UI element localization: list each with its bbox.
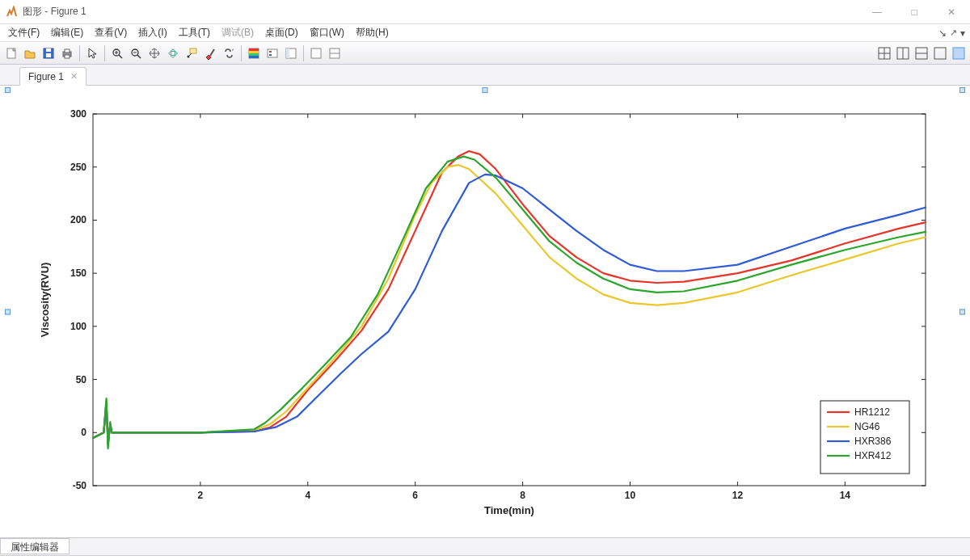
statusbar: 属性编辑器 — [0, 537, 970, 555]
toolbar-separator — [241, 45, 242, 61]
menu-file[interactable]: 文件(F) — [8, 26, 40, 40]
menu-edit[interactable]: 编辑(E) — [51, 26, 83, 40]
legend-label: NG46 — [854, 421, 880, 432]
menu-window[interactable]: 窗口(W) — [310, 26, 344, 40]
svg-rect-21 — [249, 48, 259, 51]
toolbar-separator — [104, 45, 105, 61]
x-axis-label: Time(min) — [484, 504, 534, 516]
svg-line-12 — [137, 55, 141, 58]
y-tick-label: 0 — [81, 427, 86, 438]
datacursor-icon[interactable] — [183, 45, 200, 61]
y-tick-label: 50 — [76, 373, 87, 385]
zoom-out-icon[interactable] — [128, 45, 144, 61]
print-icon[interactable] — [59, 45, 75, 61]
x-tick-label: 10 — [625, 490, 636, 501]
legend-label: HXR412 — [854, 450, 892, 461]
y-tick-label: 100 — [70, 320, 86, 331]
layout-rows-icon[interactable] — [913, 45, 930, 61]
menu-insert[interactable]: 插入(I) — [138, 26, 167, 40]
svg-point-15 — [171, 49, 175, 57]
toolbar-separator — [79, 45, 80, 61]
svg-rect-22 — [249, 51, 259, 53]
matlab-icon — [5, 6, 18, 19]
svg-rect-25 — [268, 49, 277, 57]
figure-container: 2468101214-50050100150200250300Time(min)… — [0, 86, 970, 537]
dock-undock-icon[interactable]: ▾ — [960, 27, 965, 39]
app-layout-icon[interactable] — [308, 45, 324, 61]
titlebar: 图形 - Figure 1 — □ ✕ — [0, 0, 970, 24]
open-icon[interactable] — [22, 45, 38, 61]
svg-line-19 — [210, 49, 214, 56]
legend-label: HR1212 — [854, 406, 890, 418]
rotate3d-icon[interactable] — [165, 45, 181, 61]
new-figure-icon[interactable] — [3, 45, 19, 61]
legend-label: HXR386 — [854, 436, 892, 447]
menu-desktop[interactable]: 桌面(D) — [265, 26, 298, 40]
pointer-icon[interactable] — [84, 45, 100, 61]
menu-help[interactable]: 帮助(H) — [356, 26, 389, 40]
x-tick-label: 12 — [732, 490, 744, 501]
bottom-cut-strip: 自定义域名 POI的数据库是什么？问题十八：怀疑生成回表后将用回放主定义修改。 — [0, 555, 970, 560]
x-tick-label: 6 — [412, 490, 418, 501]
y-tick-label: 300 — [70, 108, 86, 120]
svg-line-8 — [119, 55, 122, 58]
zoom-in-icon[interactable] — [109, 45, 125, 61]
layout-single-icon[interactable] — [932, 45, 948, 61]
property-editor-tab[interactable]: 属性编辑器 — [0, 538, 70, 554]
x-tick-label: 8 — [520, 490, 525, 501]
toolbar — [0, 42, 970, 65]
y-tick-label: -50 — [73, 480, 87, 491]
legend-icon[interactable] — [264, 45, 280, 61]
tab-strip: Figure 1 ✕ — [0, 65, 970, 86]
svg-rect-6 — [65, 55, 70, 58]
colorbar-icon[interactable] — [246, 45, 262, 61]
linkplots-icon[interactable] — [221, 45, 237, 61]
svg-rect-24 — [249, 56, 259, 58]
tab-label: Figure 1 — [28, 71, 64, 82]
dock-handle[interactable] — [5, 309, 11, 314]
close-button[interactable]: ✕ — [933, 0, 970, 24]
save-icon[interactable] — [40, 45, 57, 61]
hide-plot-tools-icon[interactable] — [283, 45, 299, 61]
dock-handle[interactable] — [5, 87, 11, 93]
close-tab-button[interactable]: ✕ — [70, 71, 78, 82]
app-layout2-icon[interactable] — [327, 45, 343, 61]
axes-box — [93, 114, 926, 486]
minimize-button[interactable]: — — [858, 0, 896, 24]
menu-tools[interactable]: 工具(T) — [179, 26, 210, 40]
svg-rect-30 — [311, 48, 321, 58]
svg-rect-41 — [953, 48, 964, 59]
dock-collapse-icon[interactable]: ↘ — [938, 27, 947, 39]
svg-rect-5 — [65, 49, 70, 53]
y-tick-label: 150 — [70, 267, 86, 279]
svg-rect-16 — [190, 48, 196, 53]
tab-figure1[interactable]: Figure 1 ✕ — [19, 67, 86, 86]
brush-icon[interactable] — [202, 45, 218, 61]
menubar: 文件(F) 编辑(E) 查看(V) 插入(I) 工具(T) 调试(B) 桌面(D… — [0, 24, 970, 42]
layout-cols-icon[interactable] — [895, 45, 911, 61]
svg-rect-3 — [46, 48, 51, 52]
dock-icon[interactable] — [951, 45, 967, 61]
dock-handle[interactable] — [959, 87, 965, 93]
menu-view[interactable]: 查看(V) — [95, 26, 127, 40]
y-tick-label: 250 — [70, 161, 86, 172]
dock-handle[interactable] — [483, 87, 488, 93]
x-tick-label: 4 — [305, 490, 310, 501]
window-title: 图形 - Figure 1 — [23, 5, 858, 19]
svg-rect-23 — [249, 53, 259, 56]
toolbar-separator — [303, 45, 304, 61]
dock-handle[interactable] — [959, 309, 965, 314]
chart[interactable]: 2468101214-50050100150200250300Time(min)… — [12, 98, 958, 526]
restore-icon[interactable]: ↗ — [950, 27, 957, 39]
layout-grid-icon[interactable] — [876, 45, 892, 61]
svg-point-14 — [169, 51, 177, 55]
menu-debug[interactable]: 调试(B) — [221, 26, 254, 40]
svg-rect-29 — [286, 48, 289, 58]
x-tick-label: 14 — [840, 490, 851, 501]
pan-icon[interactable] — [146, 45, 162, 61]
legend[interactable]: HR1212NG46HXR386HXR412 — [820, 401, 909, 474]
x-tick-label: 2 — [198, 490, 204, 501]
y-tick-label: 200 — [70, 214, 86, 225]
window-controls: — □ ✕ — [858, 0, 970, 24]
maximize-button[interactable]: □ — [896, 0, 933, 24]
